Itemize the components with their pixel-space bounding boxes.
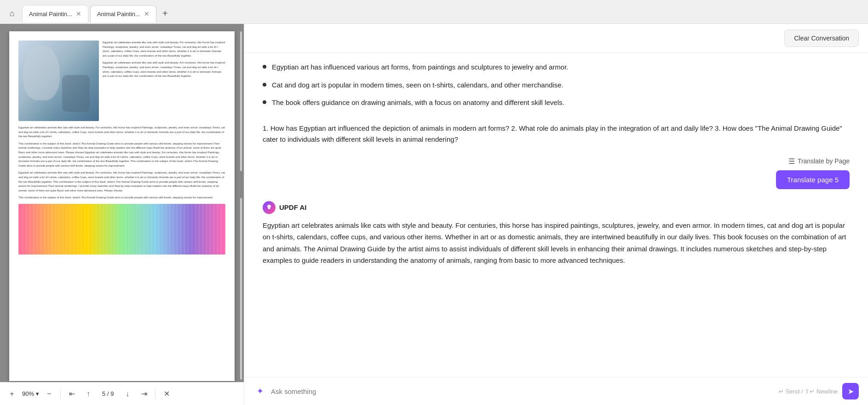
- pdf-image-elephant: [18, 40, 99, 121]
- pdf-body-2: Egyptian art celebrates animals like cat…: [103, 61, 225, 78]
- pdf-body-4: This combination is the subject of this …: [18, 142, 225, 168]
- bullet-section: Egyptian art has influenced various art …: [263, 62, 850, 116]
- pdf-body-1: Egyptian art celebrates animals like cat…: [103, 40, 225, 58]
- pdf-top-section: Egyptian art celebrates animals like cat…: [18, 40, 225, 121]
- last-page-button[interactable]: ⇥: [138, 388, 150, 400]
- tab-2-close[interactable]: ✕: [144, 11, 149, 17]
- translate-icon: ☰: [788, 157, 795, 166]
- zoom-out-button[interactable]: −: [43, 388, 56, 400]
- updf-header: UPDF AI: [263, 201, 850, 214]
- translate-section: ☰ Translate by Page Translate page 5: [263, 152, 850, 194]
- bullet-dot-1: [263, 65, 266, 69]
- tab-2[interactable]: Animal Paintin... ✕: [90, 5, 156, 23]
- pdf-panel: Egyptian art celebrates animals like cat…: [0, 24, 244, 405]
- bullet-text-2: Cat and dog art is popular in modern tim…: [272, 80, 563, 91]
- pdf-page: Egyptian art celebrates animals like cat…: [9, 31, 235, 381]
- close-button[interactable]: ✕: [160, 388, 173, 400]
- total-pages: 9: [110, 390, 114, 397]
- bullet-dot-3: [263, 100, 266, 104]
- bullet-text-3: The book offers guidance on drawing anim…: [272, 98, 564, 108]
- zoom-dropdown-icon[interactable]: ▾: [36, 390, 39, 397]
- translate-by-page-text: Translate by Page: [798, 157, 850, 165]
- translate-page-button[interactable]: Translate page 5: [776, 170, 850, 189]
- current-page: 5: [102, 390, 105, 397]
- send-hint-text: ↵ Send / ⇧↵ Newline: [779, 388, 838, 395]
- bullet-dot-2: [263, 83, 266, 87]
- zoom-level: 90% ▾: [22, 390, 39, 397]
- sparkle-icon: ✦: [253, 385, 266, 398]
- pdf-text-top-right: Egyptian art celebrates animals like cat…: [103, 40, 225, 121]
- prev-page-button[interactable]: ↑: [82, 388, 95, 400]
- pdf-toolbar: + 90% ▾ − ⇤ ↑ 5 / 9 ↓ ⇥ ✕: [0, 382, 244, 405]
- new-tab-button[interactable]: +: [158, 7, 172, 21]
- bullet-text-1: Egyptian art has influenced various art …: [272, 62, 568, 73]
- pdf-image-pencils: [18, 204, 225, 255]
- ai-header: Clear Conversation: [244, 24, 868, 53]
- updf-logo: [263, 201, 276, 214]
- page-indicator: 5 / 9: [98, 390, 117, 397]
- separator-1: [60, 389, 61, 399]
- translate-by-page-label[interactable]: ☰ Translate by Page: [788, 157, 850, 166]
- ai-content: Egyptian art has influenced various art …: [244, 53, 868, 377]
- clear-conversation-button[interactable]: Clear Conversation: [784, 29, 859, 47]
- first-page-button[interactable]: ⇤: [65, 388, 78, 400]
- bullet-item-3: The book offers guidance on drawing anim…: [263, 98, 850, 108]
- updf-response: UPDF AI Egyptian art celebrates animals …: [263, 201, 850, 266]
- ai-panel: Clear Conversation Egyptian art has infl…: [244, 24, 868, 405]
- home-button[interactable]: ⌂: [4, 6, 20, 22]
- updf-ai-title: UPDF AI: [279, 203, 306, 211]
- next-page-button[interactable]: ↓: [121, 388, 134, 400]
- pdf-body-6: This combination is the subject of this …: [18, 196, 225, 200]
- questions-text: 1. How has Egyptian art influenced the d…: [263, 124, 842, 143]
- pdf-scrollbar-thumb[interactable]: [240, 171, 242, 198]
- pdf-body-5: Egyptian art celebrates animals like cat…: [18, 171, 225, 193]
- questions-section: 1. How has Egyptian art influenced the d…: [263, 123, 850, 145]
- pdf-scrollbar[interactable]: [240, 31, 242, 380]
- tab-1-close[interactable]: ✕: [76, 11, 81, 17]
- input-actions: ↵ Send / ⇧↵ Newline: [779, 388, 838, 395]
- ask-input[interactable]: [271, 388, 774, 395]
- pdf-body-3: Egyptian art celebrates animals like cat…: [18, 126, 225, 139]
- zoom-value: 90%: [22, 390, 34, 397]
- tab-1-label: Animal Paintin...: [29, 11, 72, 17]
- bullet-item-1: Egyptian art has influenced various art …: [263, 62, 850, 73]
- pdf-content: Egyptian art celebrates animals like cat…: [0, 24, 244, 382]
- main-layout: Egyptian art celebrates animals like cat…: [0, 24, 868, 405]
- ai-input-area: ✦ ↵ Send / ⇧↵ Newline ➤: [244, 377, 868, 405]
- bullet-item-2: Cat and dog art is popular in modern tim…: [263, 80, 850, 91]
- updf-logo-svg: [263, 202, 275, 214]
- tab-2-label: Animal Paintin...: [97, 11, 140, 17]
- send-button[interactable]: ➤: [842, 383, 859, 399]
- tab-bar: ⌂ Animal Paintin... ✕ Animal Paintin... …: [0, 0, 868, 24]
- updf-response-text: Egyptian art celebrates animals like cat…: [263, 220, 850, 266]
- separator-2: [155, 389, 155, 399]
- zoom-in-button[interactable]: +: [6, 388, 18, 400]
- tab-1[interactable]: Animal Paintin... ✕: [22, 5, 88, 23]
